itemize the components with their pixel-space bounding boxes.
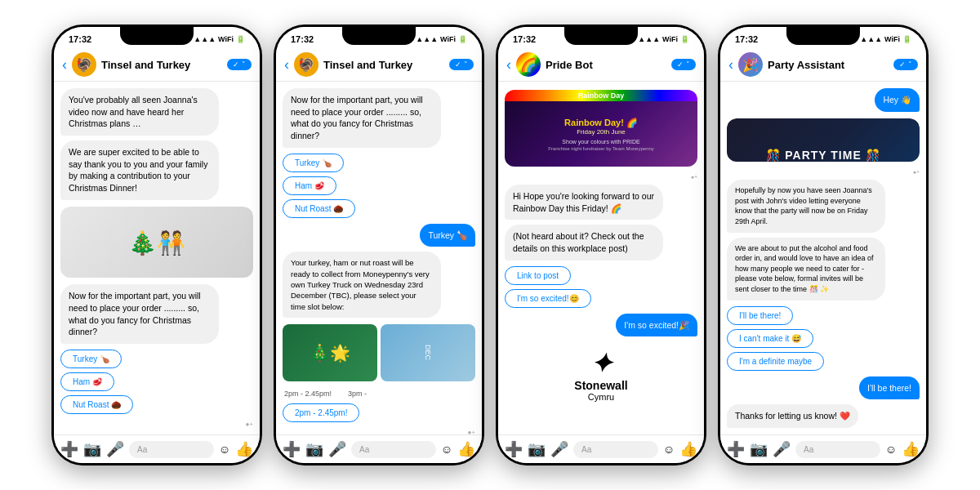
- msg-bubble-2: We are super excited to be able to say t…: [60, 140, 219, 200]
- quick-reply-turkey-2[interactable]: Turkey 🍗: [283, 154, 344, 172]
- quick-reply-ill-be-there[interactable]: I'll be there!: [727, 306, 793, 325]
- mic-icon-3[interactable]: 🎤: [550, 440, 568, 458]
- like-icon-3[interactable]: 👍: [679, 440, 697, 458]
- rainbow-day-info: Franchise night fundraiser by Team Money…: [548, 146, 654, 151]
- like-icon-4[interactable]: 👍: [902, 440, 920, 458]
- mic-icon-1[interactable]: 🎤: [106, 440, 124, 458]
- msg-bubble-3-1: Hi Hope you're looking forward to our Ra…: [505, 185, 663, 220]
- camera-icon-3[interactable]: 📷: [528, 440, 546, 458]
- quick-reply-ham-1[interactable]: Ham 🥩: [60, 372, 114, 391]
- quick-reply-ham-2[interactable]: Ham 🥩: [283, 176, 336, 195]
- msg-bubble-4-thanks: Thanks for letting us know! ❤️: [727, 404, 858, 428]
- back-button-2[interactable]: ‹: [284, 56, 289, 74]
- msg-bubble-4-2: We are about to put the alcohol and food…: [727, 238, 885, 301]
- camera-icon-4[interactable]: 📷: [750, 440, 768, 458]
- status-icons-3: ▲▲▲ WiFi 🔋: [638, 35, 689, 43]
- msg-group-2: We are super excited to be able to say t…: [60, 140, 253, 200]
- wifi-icon-4: WiFi: [884, 35, 900, 43]
- signal-icon-1: ▲▲▲: [194, 35, 216, 43]
- plus-icon-1[interactable]: ➕: [60, 440, 78, 458]
- msg-bubble-2-1: Now for the important part, you will nee…: [283, 88, 441, 148]
- quick-reply-definite-maybe[interactable]: I'm a definite maybe: [727, 352, 824, 371]
- notch-2: [342, 27, 416, 45]
- msg-bubble-1: You've probably all seen Joanna's video …: [60, 88, 219, 136]
- chat-header-4: ‹ 🎉 Party Assistant ✓ ˅: [720, 48, 926, 82]
- chat-body-3: Rainbow Day Rainbow Day! 🌈 Friday 20th J…: [498, 82, 704, 434]
- rainbow-day-date: Friday 20th June: [577, 128, 626, 136]
- read-dot-3a: ●+: [505, 174, 697, 180]
- notch-3: [564, 27, 638, 45]
- phone-3: 17:32 ▲▲▲ WiFi 🔋 ‹ 🌈 Pride Bot ✓ ˅ Rainb…: [496, 24, 706, 466]
- quick-reply-cant-make-it[interactable]: I can't make it 😅: [727, 329, 813, 348]
- stonewall-sub: Cymru: [588, 392, 614, 402]
- avatar-1: 🦃: [72, 52, 96, 77]
- msg-group-4-hey: Hey 👋: [727, 88, 920, 112]
- message-input-3[interactable]: Aa: [573, 441, 658, 458]
- status-icons-1: ▲▲▲ WiFi 🔋: [194, 35, 245, 43]
- verified-badge-4: ✓ ˅: [893, 59, 918, 70]
- notch-4: [786, 27, 860, 45]
- msg-bubble-3-2: (Not heard about it? Check out the detai…: [505, 225, 663, 260]
- verified-badge-3: ✓ ˅: [671, 59, 696, 70]
- quick-reply-2pm[interactable]: 2pm - 2.45pm!: [283, 403, 359, 422]
- plus-icon-3[interactable]: ➕: [505, 440, 523, 458]
- phone-2: 17:32 ▲▲▲ WiFi 🔋 ‹ 🦃 Tinsel and Turkey ✓…: [274, 24, 484, 466]
- quick-reply-excited[interactable]: I'm so excited!😊: [505, 289, 591, 308]
- time-slots-2: 🎄🌟 DEC: [283, 324, 475, 381]
- plus-icon-2[interactable]: ➕: [283, 440, 301, 458]
- message-input-4[interactable]: Aa: [795, 441, 880, 458]
- wifi-icon-1: WiFi: [218, 35, 234, 43]
- like-icon-1[interactable]: 👍: [235, 440, 253, 458]
- read-dot-4a: ●+: [727, 169, 920, 175]
- time-slot-img-2[interactable]: DEC: [381, 324, 475, 381]
- msg-group-4-2: We are about to put the alcohol and food…: [727, 238, 920, 301]
- emoji-icon-2[interactable]: ☺: [441, 443, 452, 456]
- time-2: 17:32: [291, 34, 314, 44]
- plus-icon-4[interactable]: ➕: [727, 440, 745, 458]
- msg-group-4-sent: I'll be there!: [727, 376, 920, 400]
- time-slot-img-1[interactable]: 🎄🌟: [283, 324, 377, 381]
- input-bar-3: ➕ 📷 🎤 Aa ☺ 👍: [498, 434, 704, 463]
- quick-replies-3: Link to post I'm so excited!😊: [505, 265, 697, 309]
- camera-icon-2[interactable]: 📷: [305, 440, 323, 458]
- read-dot-2: ●+: [283, 429, 475, 434]
- rainbow-img-content: Rainbow Day! 🌈 Friday 20th June Show you…: [505, 101, 697, 167]
- read-dot-1: ●+: [60, 421, 253, 428]
- time-labels-row: 2pm - 2.45pm! 3pm -: [283, 388, 475, 398]
- status-icons-4: ▲▲▲ WiFi 🔋: [860, 35, 911, 43]
- avatar-3: 🌈: [516, 52, 541, 77]
- emoji-icon-1[interactable]: ☺: [219, 443, 230, 456]
- back-button-1[interactable]: ‹: [62, 56, 67, 74]
- rainbow-day-subtitle: Show your colours with PRIDE: [562, 139, 639, 145]
- battery-icon-1: 🔋: [236, 35, 245, 43]
- msg-group-2-1: Now for the important part, you will nee…: [283, 88, 475, 148]
- message-input-1[interactable]: Aa: [129, 441, 214, 458]
- back-button-3[interactable]: ‹: [506, 56, 511, 74]
- msg-bubble-2-sent: Turkey 🍗: [420, 224, 475, 247]
- back-button-4[interactable]: ‹: [728, 56, 733, 74]
- mic-icon-4[interactable]: 🎤: [773, 440, 791, 458]
- stonewall-section: ✦ Stonewall Cymru: [505, 341, 697, 408]
- chat-body-4: Hey 👋 🎊 PARTY TIME 🎊 ●+ Hopefully by now…: [720, 82, 926, 434]
- battery-icon-2: 🔋: [458, 35, 467, 43]
- chat-name-2: Tinsel and Turkey: [323, 59, 444, 71]
- message-input-2[interactable]: Aa: [351, 441, 436, 458]
- emoji-icon-3[interactable]: ☺: [663, 443, 675, 456]
- mic-icon-2[interactable]: 🎤: [328, 440, 346, 458]
- quick-replies-2: Turkey 🍗 Ham 🥩 Nut Roast 🌰: [283, 153, 475, 219]
- chat-body-1: You've probably all seen Joanna's video …: [54, 82, 260, 434]
- phones-container: 17:32 ▲▲▲ WiFi 🔋 ‹ 🦃 Tinsel and Turkey ✓…: [0, 0, 980, 490]
- friends-image: 🎄🧑‍🤝‍🧑: [60, 207, 253, 278]
- emoji-icon-4[interactable]: ☺: [885, 443, 897, 456]
- quick-reply-turkey-1[interactable]: Turkey 🍗: [60, 350, 122, 368]
- time-label-2: 3pm -: [348, 390, 367, 398]
- msg-group-2-sent: Turkey 🍗: [283, 224, 475, 247]
- stonewall-star-icon: ✦: [590, 348, 612, 379]
- quick-reply-nutroast-2[interactable]: Nut Roast 🌰: [283, 199, 355, 218]
- like-icon-2[interactable]: 👍: [457, 440, 475, 458]
- quick-reply-linkpost[interactable]: Link to post: [505, 266, 571, 285]
- verified-badge-2: ✓ ˅: [449, 59, 474, 70]
- rainbow-day-title: Rainbow Day! 🌈: [564, 118, 638, 128]
- quick-reply-nutroast-1[interactable]: Nut Roast 🌰: [60, 395, 133, 414]
- camera-icon-1[interactable]: 📷: [83, 440, 101, 458]
